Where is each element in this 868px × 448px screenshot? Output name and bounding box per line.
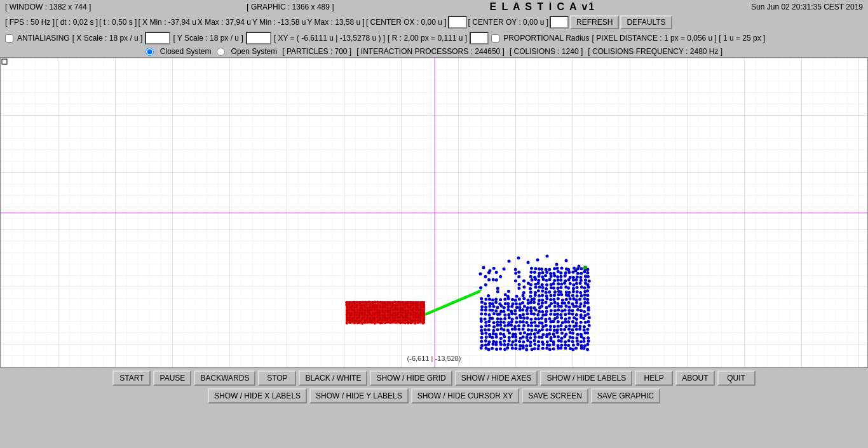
stop-button[interactable]: STOP	[258, 370, 296, 386]
bottom-bar2: SHOW / HIDE X LABELS SHOW / HIDE Y LABEL…	[0, 387, 868, 406]
center-ox-input[interactable]	[448, 16, 467, 29]
fps-label: [ FPS : 50 Hz ]	[5, 18, 55, 27]
svg-rect-4	[346, 301, 425, 323]
collisions-freq-info: [ COLISIONS FREQUENCY : 2480 Hz ]	[588, 47, 722, 56]
svg-rect-7	[2, 59, 7, 64]
ymax-label: Y Max : 13,58 u ]	[307, 18, 365, 27]
ymin-label: Y Min : -13,58 u	[252, 18, 306, 27]
canvas-area[interactable]: (-6,611 | -13,528)	[0, 57, 868, 368]
simulation-canvas	[1, 58, 867, 367]
open-system-label: Open System	[231, 47, 278, 56]
proportional-checkbox[interactable]	[491, 34, 499, 43]
backwards-button[interactable]: BACKWARDS	[194, 370, 255, 386]
particles-info: [ PARTICLES : 700 ]	[282, 47, 351, 56]
xmax-label: X Max : 37,94 u	[198, 18, 251, 27]
center-oy-input[interactable]	[550, 16, 569, 29]
start-button[interactable]: START	[112, 370, 151, 386]
r-info: [ R : 2,00 px = 0,111 u ]	[388, 34, 467, 43]
show-hide-x-labels-button[interactable]: SHOW / HIDE X LABELS	[208, 388, 307, 404]
coord-label: (-6,611 | -13,528)	[407, 355, 461, 362]
save-screen-button[interactable]: SAVE SCREEN	[522, 388, 588, 404]
refresh-button[interactable]: REFRESH	[570, 15, 619, 29]
t-label: [ t : 0,50 s ]	[99, 18, 137, 27]
quit-button[interactable]: QUIT	[717, 370, 756, 386]
app-title: E L A S T I C A v1	[490, 1, 596, 13]
defaults-button[interactable]: DEFAULTS	[620, 15, 672, 29]
proportional-label: PROPORTIONAL Radius	[503, 34, 589, 43]
show-hide-cursor-xy-button[interactable]: SHOW / HIDE CURSOR XY	[411, 388, 520, 404]
yscale-label: [ Y Scale : 18 px / u ]	[173, 34, 243, 43]
xmin-label: [ X Min : -37,94 u	[138, 18, 196, 27]
about-button[interactable]: ABOUT	[675, 370, 714, 386]
show-hide-y-labels-button[interactable]: SHOW / HIDE Y LABELS	[309, 388, 409, 404]
yscale-input[interactable]: 40	[246, 32, 271, 44]
closed-system-label: Closed System	[160, 47, 212, 56]
xscale-input[interactable]: 40	[145, 32, 170, 44]
help-button[interactable]: HELP	[635, 370, 673, 386]
dt-label: [ dt : 0,02 s ]	[56, 18, 98, 27]
black-white-button[interactable]: BLACK / WHITE	[299, 370, 367, 386]
bottom-bar1: START PAUSE BACKWARDS STOP BLACK / WHITE…	[0, 368, 868, 387]
pause-button[interactable]: PAUSE	[153, 370, 191, 386]
datetime: Sun Jun 02 20:31:35 CEST 2019	[751, 3, 863, 11]
show-hide-axes-button[interactable]: SHOW / HIDE AXES	[455, 370, 538, 386]
xy-info: [ XY = ( -6,6111 u | -13,5278 u ) ]	[274, 34, 385, 43]
collisions-info: [ COLISIONS : 1240 ]	[510, 47, 583, 56]
antialiasing-label: ANTIALIASING	[17, 34, 70, 43]
red-block	[346, 301, 425, 323]
system-row: Closed System Open System [ PARTICLES : …	[0, 46, 868, 57]
save-graphic-button[interactable]: SAVE GRAPHIC	[591, 388, 660, 404]
center-oy-label: [ CENTER OY : 0,00 u ]	[468, 18, 549, 27]
center-ox-label: [ CENTER OX : 0,00 u ]	[366, 18, 447, 27]
open-system-radio[interactable]	[217, 48, 225, 56]
xscale-label: [ X Scale : 18 px / u ]	[72, 34, 143, 43]
r-input[interactable]: 2	[470, 32, 489, 44]
closed-system-radio[interactable]	[146, 48, 154, 56]
show-hide-labels-button[interactable]: SHOW / HIDE LABELS	[540, 370, 632, 386]
controls-row2: ANTIALIASING [ X Scale : 18 px / u ] 40 …	[0, 31, 868, 46]
interaction-processors-info: [ INTERACTION PROCESSORS : 244650 ]	[356, 47, 505, 56]
window-info: [ WINDOW : 1382 x 744 ]	[5, 3, 91, 11]
top-bar: [ WINDOW : 1382 x 744 ] [ GRAPHIC : 1366…	[0, 0, 868, 14]
pixel-distance: [ PIXEL DISTANCE : 1 px = 0,056 u ] [ 1 …	[592, 34, 766, 43]
controls-row1: [ FPS : 50 Hz ] [ dt : 0,02 s ] [ t : 0,…	[0, 14, 868, 31]
antialiasing-checkbox[interactable]	[5, 34, 13, 43]
graphic-info: [ GRAPHIC : 1366 x 489 ]	[247, 3, 334, 11]
show-hide-grid-button[interactable]: SHOW / HIDE GRID	[370, 370, 452, 386]
